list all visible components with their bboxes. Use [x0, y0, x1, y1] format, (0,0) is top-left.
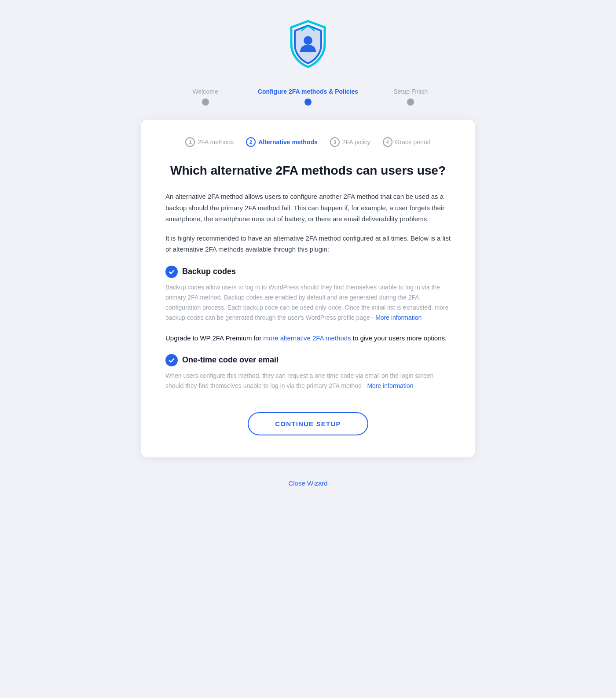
step-configure: Configure 2FA methods & Policies [257, 88, 359, 106]
step-welcome-label: Welcome [193, 88, 218, 95]
app-logo [286, 18, 330, 70]
main-card: 1 2FA methods 2 Alternative methods 3 2F… [141, 120, 475, 457]
method-backup-codes-header: Backup codes [165, 266, 451, 278]
one-time-email-description: When users configure this method, they c… [165, 371, 451, 391]
step-welcome-dot [202, 99, 209, 106]
substep-1-num: 1 [185, 137, 195, 147]
substep-grace-period[interactable]: 4 Grace period [383, 137, 431, 147]
close-wizard-link[interactable]: Close Wizard [288, 479, 327, 487]
substep-2-num: 2 [246, 137, 256, 147]
card-title: Which alternative 2FA methods can users … [165, 163, 451, 179]
substep-1-label: 2FA methods [198, 139, 234, 146]
backup-codes-more-info-link[interactable]: More information [375, 314, 422, 321]
substep-alternative-methods[interactable]: 2 Alternative methods [246, 137, 318, 147]
step-configure-dot [304, 99, 312, 106]
substep-tabs: 1 2FA methods 2 Alternative methods 3 2F… [165, 137, 451, 147]
substep-2fa-policy[interactable]: 3 2FA policy [330, 137, 370, 147]
backup-codes-description: Backup codes allow users to log in to Wo… [165, 282, 451, 323]
substep-2fa-methods[interactable]: 1 2FA methods [185, 137, 234, 147]
substep-2-label: Alternative methods [258, 139, 318, 146]
one-time-email-more-info-link[interactable]: More information [367, 382, 413, 389]
upgrade-line: Upgrade to WP 2FA Premium for more alter… [165, 333, 451, 344]
one-time-email-title: One-time code over email [182, 355, 279, 365]
substep-4-label: Grace period [395, 139, 431, 146]
method-one-time-email-header: One-time code over email [165, 354, 451, 366]
method-one-time-email: One-time code over email When users conf… [165, 354, 451, 391]
step-finish-label: Setup Finish [393, 88, 428, 95]
logo-area [286, 18, 330, 72]
backup-codes-check-icon [165, 266, 178, 278]
intro-paragraph-1: An alternative 2FA method allows users t… [165, 191, 451, 225]
step-configure-label: Configure 2FA methods & Policies [258, 88, 358, 95]
step-finish: Setup Finish [359, 88, 462, 106]
substep-3-label: 2FA policy [342, 139, 370, 146]
backup-codes-title: Backup codes [182, 267, 236, 276]
intro-paragraph-2: It is highly recommended to have an alte… [165, 233, 451, 255]
svg-point-0 [304, 36, 312, 45]
one-time-email-check-icon [165, 354, 178, 366]
substep-3-num: 3 [330, 137, 340, 147]
substep-4-num: 4 [383, 137, 392, 147]
step-welcome: Welcome [154, 88, 257, 106]
continue-btn-wrap: CONTINUE SETUP [165, 412, 451, 435]
step-finish-dot [407, 99, 414, 106]
continue-setup-button[interactable]: CONTINUE SETUP [248, 412, 368, 435]
upgrade-link[interactable]: more alternative 2FA methods [263, 334, 351, 342]
wizard-steps: Welcome Configure 2FA methods & Policies… [154, 88, 462, 106]
method-backup-codes: Backup codes Backup codes allow users to… [165, 266, 451, 323]
